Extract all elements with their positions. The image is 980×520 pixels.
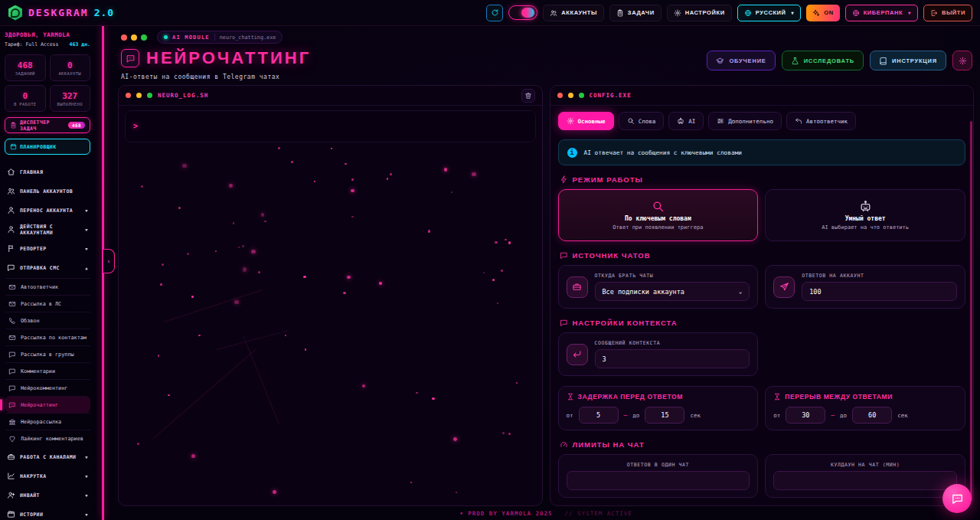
sidebar-collapse-handle[interactable] (103, 249, 115, 273)
config-tab[interactable]: Автоответчик (786, 112, 856, 130)
research-button[interactable]: ИССЛЕДОВАТЬ (782, 51, 864, 70)
chat-source-select[interactable]: Все подписки аккаунта ⌄ (595, 282, 750, 301)
return-icon (572, 349, 582, 359)
tariff-days-left: 463 дн. (70, 41, 90, 47)
config-panel: CONFIG.EXE Основные (550, 85, 975, 506)
heart-icon (8, 435, 16, 443)
delay-to-input[interactable] (645, 407, 684, 424)
chat-icon (8, 401, 16, 409)
stat-value: 327 (62, 91, 77, 101)
search-icon (627, 117, 635, 125)
gear-icon (674, 9, 681, 17)
sidebar-submenu-item[interactable]: Автоответчик (5, 278, 90, 295)
clear-log-button[interactable] (521, 89, 535, 103)
theme-button[interactable]: КИБЕРПАНК▾ (845, 5, 918, 21)
gear-icon (959, 57, 967, 65)
support-chat-button[interactable] (942, 484, 972, 513)
replies-per-chat-input[interactable] (567, 471, 750, 490)
module-settings-button[interactable] (952, 51, 972, 70)
sidebar-menu-item[interactable]: ПАНЕЛЬ АККАУНТОВ (5, 182, 90, 201)
config-scrollbar[interactable] (970, 121, 972, 501)
phone-icon (8, 317, 16, 325)
comment-icon (8, 384, 16, 392)
sidebar-submenu-item[interactable]: Рассылка по контактам (5, 329, 90, 345)
pause-to-input[interactable] (852, 407, 892, 424)
section-mode: РЕЖИМ РАБОТЫ (560, 175, 965, 184)
scheduler-button[interactable]: ПЛАНИРОВЩИК (5, 139, 90, 155)
stat-value: 0 (22, 91, 28, 101)
chat-cooldown-input[interactable] (773, 471, 957, 490)
config-tab[interactable]: AI (668, 112, 704, 130)
comment-icon (7, 263, 15, 272)
logo-hex-icon (8, 5, 23, 21)
config-tab[interactable]: Слова (619, 112, 665, 130)
effects-on-button[interactable]: ON (806, 5, 839, 21)
menu-arrow-icon: ▼ (85, 227, 88, 232)
bank-icon (8, 418, 16, 426)
sidebar-menu-item[interactable]: ГЛАВНАЯ (5, 162, 90, 182)
sidebar-menu-item[interactable]: ИСТОРИИ ▼ (5, 505, 90, 520)
sidebar-menu-item[interactable]: ОТПРАВКА СМС ▲ (5, 258, 90, 277)
window-maximize-icon (579, 93, 584, 98)
pause-from-input[interactable] (786, 407, 825, 424)
language-button[interactable]: РУССКИЙ▾ (737, 5, 802, 21)
delay-before-reply-card: ЗАДЕРЖКА ПЕРЕД ОТВЕТОМ от — до сек (558, 386, 759, 430)
sidebar-submenu-item[interactable]: Лайкинг комментариев (5, 430, 90, 446)
sidebar-menu-item[interactable]: НАКРУТКА ▼ (5, 466, 90, 486)
sidebar-submenu-item[interactable]: Обзвон (5, 312, 90, 329)
menu-arrow-icon: ▼ (85, 474, 88, 479)
comment-icon (8, 368, 16, 375)
tasks-button[interactable]: ЗАДАЧИ (609, 5, 662, 21)
mode-card[interactable]: Умный ответ AI выбирает на что ответить (765, 189, 965, 241)
sidebar-submenu-item[interactable]: Рассылка в ЛС (5, 295, 90, 312)
config-tab[interactable]: Дополнительно (708, 112, 782, 130)
menu-arrow-icon: ▼ (85, 247, 88, 251)
module-header: AI MODULE neuro_chatting.exe НЕЙРОЧАТТИН… (118, 29, 974, 85)
sidebar-submenu-item[interactable]: Нейрорассылка (5, 413, 90, 430)
sidebar-menu-item[interactable]: ДЕЙСТВИЯ С АККАУНТАМИ ▼ (5, 220, 90, 239)
sidebar: ЗДОРОВЬЯ, YARMOLA Тариф: Full Access 463… (0, 26, 95, 520)
chevron-down-icon: ▾ (908, 10, 911, 15)
clipboard-icon (10, 122, 17, 129)
power-toggle[interactable] (508, 5, 537, 20)
sidebar-menu-item[interactable]: ИНВАЙТ ▼ (5, 486, 90, 505)
context-messages-label: СООБЩЕНИЙ КОНТЕКСТА (595, 340, 750, 346)
reply-icon (795, 117, 802, 125)
neuro-log-panel: NEURO_LOG.SH > (118, 85, 543, 506)
robot-icon (677, 117, 684, 125)
accounts-button[interactable]: АККАУНТЫ (543, 5, 604, 21)
sidebar-menu-item[interactable]: ПЕРЕНОС АККАУНТА ▼ (5, 201, 90, 220)
config-tab[interactable]: Основные (558, 112, 614, 130)
sidebar-submenu-item[interactable]: Комментарии (5, 362, 90, 379)
sidebar-menu-item[interactable]: РАБОТА С КАНАЛАМИ ▼ (5, 447, 90, 466)
task-dispatcher-button[interactable]: ДИСПЕТЧЕР ЗАДАЧ 468 (5, 117, 90, 133)
refresh-icon (491, 8, 499, 17)
toggle-knob (521, 8, 534, 18)
deskgram-logo: DESKGRAM 2.0 (8, 5, 114, 21)
context-messages-input[interactable] (595, 349, 750, 368)
book-icon (879, 57, 887, 65)
sidebar-submenu-item[interactable]: Нейрочаттинг (5, 396, 90, 413)
replies-per-chat-label: ОТВЕТОВ В ОДИН ЧАТ (567, 462, 750, 468)
sidebar-submenu-item[interactable]: Рассылка в группы (5, 345, 90, 362)
terminal-input-area[interactable]: > (125, 110, 536, 142)
instruction-button[interactable]: ИНСТРУКЦИЯ (870, 51, 946, 70)
logout-button[interactable]: ВЫЙТИ (923, 5, 972, 21)
training-button[interactable]: ОБУЧЕНИЕ (707, 51, 775, 70)
flask-icon (791, 57, 799, 65)
config-tabs: Основные Слова AI (558, 112, 966, 130)
mode-card[interactable]: По ключевым словам Ответ при появлении т… (558, 189, 759, 241)
replies-per-account-input[interactable] (802, 282, 957, 301)
delay-from-input[interactable] (579, 407, 619, 424)
sidebar-submenu-item[interactable]: Нейрокомментинг (5, 379, 90, 396)
flag-icon (7, 244, 15, 253)
settings-button[interactable]: НАСТРОЙКИ (667, 5, 732, 21)
tariff-label: Тариф: Full Access (5, 41, 58, 47)
topbar: DESKGRAM 2.0 АККАУНТЫ ЗАДАЧИ НАСТРОЙКИ Р… (0, 0, 980, 26)
stat-value: 468 (18, 61, 33, 70)
sidebar-menu-item[interactable]: РЕПОРТЕР ▼ (5, 239, 90, 258)
users-icon (550, 9, 557, 17)
refresh-button[interactable] (486, 5, 503, 21)
sidebar-divider-zone (95, 26, 115, 520)
window-maximize-icon (147, 93, 152, 98)
